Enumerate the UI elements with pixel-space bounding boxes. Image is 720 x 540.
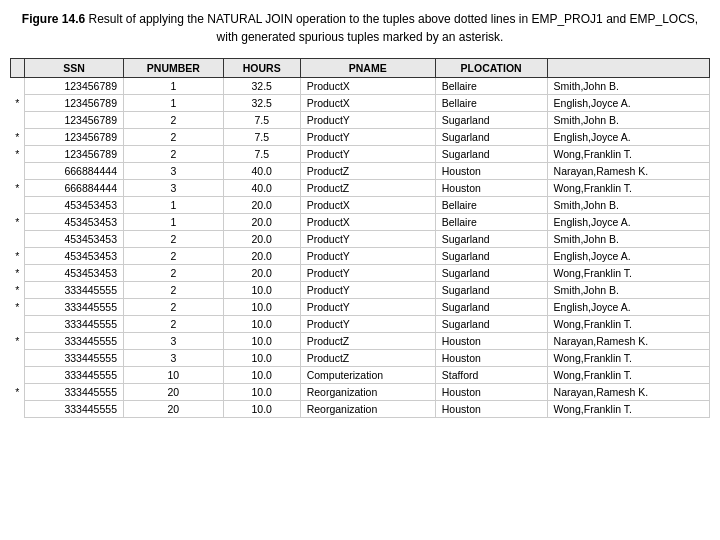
- pname-cell: Computerization: [300, 367, 435, 384]
- table-wrapper: SSN PNUMBER HOURS PNAME PLOCATION 123456…: [10, 58, 710, 418]
- hours-cell: 10.0: [223, 299, 300, 316]
- table-row: 333445555310.0ProductZHoustonWong,Frankl…: [11, 350, 710, 367]
- pname-cell: ProductX: [300, 95, 435, 112]
- ename-cell: Wong,Franklin T.: [547, 146, 709, 163]
- col-header-plocation: PLOCATION: [435, 59, 547, 78]
- table-row: *12345678927.5ProductYSugarlandWong,Fran…: [11, 146, 710, 163]
- asterisk-cell: *: [11, 214, 25, 231]
- plocation-cell: Houston: [435, 333, 547, 350]
- ssn-cell: 123456789: [25, 95, 124, 112]
- ssn-cell: 333445555: [25, 367, 124, 384]
- pnumber-cell: 2: [123, 248, 223, 265]
- pnumber-cell: 20: [123, 384, 223, 401]
- asterisk-cell: [11, 78, 25, 95]
- plocation-cell: Houston: [435, 384, 547, 401]
- pnumber-cell: 10: [123, 367, 223, 384]
- natural-join-table: SSN PNUMBER HOURS PNAME PLOCATION 123456…: [10, 58, 710, 418]
- table-row: *333445555210.0ProductYSugarlandEnglish,…: [11, 299, 710, 316]
- pname-cell: ProductX: [300, 78, 435, 95]
- pnumber-cell: 3: [123, 180, 223, 197]
- ssn-cell: 123456789: [25, 146, 124, 163]
- plocation-cell: Bellaire: [435, 95, 547, 112]
- ename-cell: Wong,Franklin T.: [547, 265, 709, 282]
- plocation-cell: Sugarland: [435, 282, 547, 299]
- pname-cell: ProductY: [300, 316, 435, 333]
- plocation-cell: Sugarland: [435, 316, 547, 333]
- pnumber-cell: 2: [123, 112, 223, 129]
- ename-cell: Narayan,Ramesh K.: [547, 333, 709, 350]
- col-header-hours: HOURS: [223, 59, 300, 78]
- plocation-cell: Bellaire: [435, 78, 547, 95]
- ename-cell: Wong,Franklin T.: [547, 367, 709, 384]
- asterisk-cell: *: [11, 333, 25, 350]
- hours-cell: 32.5: [223, 95, 300, 112]
- table-row: 453453453220.0ProductYSugarlandSmith,Joh…: [11, 231, 710, 248]
- ssn-cell: 123456789: [25, 129, 124, 146]
- plocation-cell: Houston: [435, 163, 547, 180]
- table-row: 12345678927.5ProductYSugarlandSmith,John…: [11, 112, 710, 129]
- ssn-cell: 333445555: [25, 384, 124, 401]
- pname-cell: ProductZ: [300, 180, 435, 197]
- table-row: 3334455552010.0ReorganizationHoustonWong…: [11, 401, 710, 418]
- table-row: 666884444340.0ProductZHoustonNarayan,Ram…: [11, 163, 710, 180]
- asterisk-cell: [11, 401, 25, 418]
- ssn-cell: 333445555: [25, 333, 124, 350]
- hours-cell: 10.0: [223, 282, 300, 299]
- pname-cell: Reorganization: [300, 384, 435, 401]
- table-row: *453453453220.0ProductYSugarlandEnglish,…: [11, 248, 710, 265]
- plocation-cell: Bellaire: [435, 197, 547, 214]
- pnumber-cell: 2: [123, 231, 223, 248]
- pname-cell: ProductY: [300, 248, 435, 265]
- hours-cell: 20.0: [223, 265, 300, 282]
- asterisk-cell: *: [11, 146, 25, 163]
- asterisk-cell: [11, 231, 25, 248]
- ssn-cell: 453453453: [25, 231, 124, 248]
- plocation-cell: Houston: [435, 180, 547, 197]
- plocation-cell: Sugarland: [435, 112, 547, 129]
- ssn-cell: 453453453: [25, 248, 124, 265]
- col-header-asterisk: [11, 59, 25, 78]
- pnumber-cell: 1: [123, 78, 223, 95]
- asterisk-cell: *: [11, 282, 25, 299]
- ename-cell: Wong,Franklin T.: [547, 180, 709, 197]
- pname-cell: ProductY: [300, 231, 435, 248]
- table-row: *666884444340.0ProductZHoustonWong,Frank…: [11, 180, 710, 197]
- figure-caption: Figure 14.6 Result of applying the NATUR…: [10, 10, 710, 46]
- figure-number: Figure 14.6: [22, 12, 85, 26]
- ename-cell: Wong,Franklin T.: [547, 350, 709, 367]
- ssn-cell: 333445555: [25, 282, 124, 299]
- table-row: *333445555210.0ProductYSugarlandSmith,Jo…: [11, 282, 710, 299]
- ssn-cell: 453453453: [25, 265, 124, 282]
- ssn-cell: 453453453: [25, 214, 124, 231]
- hours-cell: 40.0: [223, 180, 300, 197]
- plocation-cell: Sugarland: [435, 299, 547, 316]
- asterisk-cell: *: [11, 299, 25, 316]
- asterisk-cell: [11, 197, 25, 214]
- asterisk-cell: [11, 316, 25, 333]
- table-row: 123456789132.5ProductXBellaireSmith,John…: [11, 78, 710, 95]
- ename-cell: Wong,Franklin T.: [547, 316, 709, 333]
- pname-cell: ProductY: [300, 265, 435, 282]
- pnumber-cell: 20: [123, 401, 223, 418]
- ename-cell: English,Joyce A.: [547, 214, 709, 231]
- pname-cell: ProductZ: [300, 333, 435, 350]
- pname-cell: ProductX: [300, 214, 435, 231]
- col-header-pnumber: PNUMBER: [123, 59, 223, 78]
- hours-cell: 7.5: [223, 112, 300, 129]
- table-row: *3334455552010.0ReorganizationHoustonNar…: [11, 384, 710, 401]
- ssn-cell: 666884444: [25, 180, 124, 197]
- asterisk-cell: *: [11, 384, 25, 401]
- ename-cell: Smith,John B.: [547, 78, 709, 95]
- table-row: 453453453120.0ProductXBellaireSmith,John…: [11, 197, 710, 214]
- hours-cell: 10.0: [223, 401, 300, 418]
- plocation-cell: Stafford: [435, 367, 547, 384]
- pnumber-cell: 2: [123, 129, 223, 146]
- ename-cell: Smith,John B.: [547, 112, 709, 129]
- table-row: *123456789132.5ProductXBellaireEnglish,J…: [11, 95, 710, 112]
- ssn-cell: 333445555: [25, 401, 124, 418]
- caption-text: Result of applying the NATURAL JOIN oper…: [85, 12, 698, 44]
- ename-cell: English,Joyce A.: [547, 95, 709, 112]
- pnumber-cell: 2: [123, 316, 223, 333]
- pname-cell: ProductY: [300, 299, 435, 316]
- col-header-ename: [547, 59, 709, 78]
